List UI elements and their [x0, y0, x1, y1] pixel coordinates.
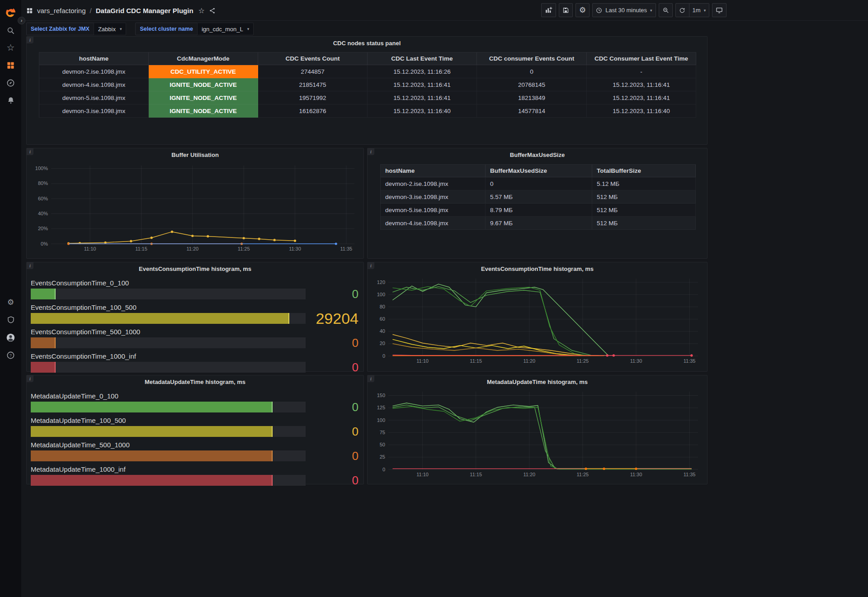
- svg-text:11:35: 11:35: [684, 472, 696, 477]
- panel-title[interactable]: MetadataUpdateTime histogram, ms: [368, 375, 707, 388]
- mode-badge-cell: IGNITE_NODE_ACTIVE: [149, 78, 258, 91]
- variable-value: ign_cdc_mon_L: [202, 26, 243, 33]
- panel-title[interactable]: EventsConsumptionTime histogram, ms: [368, 262, 707, 275]
- buffer-max-table: hostNameBufferMaxUsedSizeTotalBufferSize…: [380, 164, 696, 230]
- bargauge-item: MetadataUpdateTime_500_10000: [31, 441, 360, 461]
- bargauge-row: 0: [31, 426, 360, 437]
- panel-info-icon[interactable]: i: [368, 148, 374, 155]
- star-dashboard-button[interactable]: ☆: [198, 6, 205, 15]
- breadcrumb-separator: /: [90, 7, 92, 14]
- svg-text:0: 0: [382, 353, 385, 359]
- variable-dropdown[interactable]: Zabbix ▾: [94, 23, 127, 35]
- time-picker-button[interactable]: Last 30 minutes ▾: [592, 3, 656, 17]
- panel-info-icon[interactable]: i: [27, 148, 33, 155]
- svg-text:11:25: 11:25: [577, 358, 589, 364]
- table-header-cell[interactable]: hostName: [39, 52, 149, 65]
- user-avatar[interactable]: [0, 329, 21, 346]
- table-cell: 15.12.2023, 11:16:41: [587, 78, 696, 91]
- table-cell: 15.12.2023, 11:16:40: [368, 104, 477, 118]
- alerting-bell-icon[interactable]: [0, 92, 21, 109]
- svg-text:11:35: 11:35: [340, 246, 353, 251]
- starred-dashboards-icon[interactable]: ☆: [0, 39, 21, 56]
- metadata-update-chart[interactable]: 025507510012515011:1011:1511:2011:2511:3…: [371, 388, 704, 481]
- bargauge-row: 0: [31, 402, 360, 412]
- svg-text:100: 100: [377, 292, 385, 297]
- table-header-cell[interactable]: CDC Events Count: [258, 52, 368, 65]
- buffer-utilisation-chart[interactable]: 0%20%40%60%80%100%11:1011:1511:2011:2511…: [30, 162, 361, 256]
- svg-text:50: 50: [380, 442, 385, 447]
- bargauge-label: MetadataUpdateTime_100_500: [31, 416, 360, 425]
- panel-title[interactable]: Buffer Utilisation: [27, 148, 363, 161]
- svg-text:11:20: 11:20: [523, 472, 535, 477]
- svg-text:60%: 60%: [38, 196, 48, 201]
- svg-text:120: 120: [377, 280, 385, 285]
- chevron-down-icon: ▾: [120, 27, 122, 31]
- table-cell: -: [587, 65, 696, 78]
- dashboards-icon[interactable]: [0, 57, 21, 74]
- table-header-cell[interactable]: CDC consumer Events Count: [477, 52, 587, 65]
- sidebar-expand-button[interactable]: ›: [18, 17, 25, 24]
- save-dashboard-button[interactable]: [559, 3, 573, 17]
- refresh-button[interactable]: [675, 3, 689, 17]
- table-header-cell[interactable]: CDC Consumer Last Event Time: [587, 52, 696, 65]
- panel-metadata-update-timeseries: i MetadataUpdateTime histogram, ms 02550…: [367, 375, 708, 484]
- svg-text:0: 0: [382, 467, 385, 472]
- table-cell: 15.12.2023, 11:16:41: [368, 78, 477, 91]
- bargauge-value: 0: [306, 362, 360, 373]
- table-header-cell[interactable]: BufferMaxUsedSize: [486, 165, 592, 177]
- variable-dropdown[interactable]: ign_cdc_mon_L ▾: [197, 23, 254, 35]
- search-icon[interactable]: [0, 22, 21, 39]
- events-consumption-chart[interactable]: 02040608010012011:1011:1511:2011:2511:30…: [371, 275, 704, 368]
- svg-text:100%: 100%: [35, 166, 48, 171]
- bargauge-fill: [31, 475, 273, 486]
- table-header-cell[interactable]: TotalBufferSize: [592, 165, 696, 177]
- refresh-interval-dropdown[interactable]: 1m ▾: [689, 3, 710, 17]
- help-icon[interactable]: ?: [0, 346, 21, 364]
- panel-title[interactable]: CDC nodes status panel: [27, 37, 707, 49]
- panel-info-icon[interactable]: i: [27, 375, 33, 382]
- dashboards-grid-icon[interactable]: [26, 7, 33, 14]
- tv-mode-button[interactable]: [712, 3, 726, 17]
- panel-metadata-update-bargauge: i MetadataUpdateTime histogram, ms Metad…: [26, 375, 364, 484]
- bargauge-value: 0: [306, 426, 360, 437]
- bargauge-fill: [31, 362, 56, 373]
- panel-info-icon[interactable]: i: [368, 375, 374, 382]
- table-header-cell[interactable]: CDC Last Event Time: [368, 52, 477, 65]
- table-cell: 512 МБ: [592, 217, 696, 230]
- bargauge-track: [31, 426, 306, 437]
- bargauge-fill: [31, 289, 56, 299]
- table-header-cell[interactable]: CdcManagerMode: [149, 52, 258, 65]
- bargauge-track: [31, 450, 306, 461]
- zoom-out-button[interactable]: [659, 3, 673, 17]
- svg-text:40: 40: [380, 328, 385, 334]
- panel-title[interactable]: MetadataUpdateTime histogram, ms: [27, 375, 363, 388]
- explore-compass-icon[interactable]: [0, 74, 21, 91]
- table-cell: devmon-4.ise.1098.jmx: [381, 217, 486, 230]
- sidebar: ☆ ⚙ ?: [0, 0, 21, 597]
- bargauge-track: [31, 475, 306, 486]
- bargauge-track: [31, 337, 306, 348]
- breadcrumb-folder[interactable]: vars_refactoring: [37, 7, 86, 14]
- table-cell: devmon-5.ise.1098.jmx: [39, 91, 149, 104]
- grafana-dashboard: ☆ ⚙ ? › vars_refactoring / DataGrid C: [0, 0, 868, 597]
- panel-events-consumption-timeseries: i EventsConsumptionTime histogram, ms 02…: [367, 262, 708, 372]
- bargauge-label: EventsConsumptionTime_1000_inf: [31, 352, 360, 361]
- panel-info-icon[interactable]: i: [368, 262, 374, 269]
- table-header-cell[interactable]: hostName: [381, 165, 486, 177]
- panel-title[interactable]: EventsConsumptionTime histogram, ms: [27, 262, 363, 275]
- svg-text:11:30: 11:30: [289, 246, 301, 251]
- svg-text:11:15: 11:15: [470, 358, 482, 364]
- dashboard-settings-button[interactable]: ⚙: [576, 3, 590, 17]
- bargauge-item: MetadataUpdateTime_100_5000: [31, 416, 360, 437]
- panel-title[interactable]: BufferMaxUsedSize: [368, 148, 707, 161]
- breadcrumb-title[interactable]: DataGrid CDC Manager Plugin: [96, 7, 193, 14]
- bargauge-fill: [31, 313, 289, 324]
- svg-text:75: 75: [380, 430, 385, 435]
- panel-info-icon[interactable]: i: [27, 37, 33, 43]
- settings-gear-icon[interactable]: ⚙: [0, 294, 21, 311]
- panel-info-icon[interactable]: i: [27, 262, 33, 269]
- admin-shield-icon[interactable]: [0, 311, 21, 328]
- share-dashboard-button[interactable]: [209, 7, 216, 14]
- add-panel-button[interactable]: [541, 3, 556, 17]
- bargauge-fill: [31, 402, 273, 412]
